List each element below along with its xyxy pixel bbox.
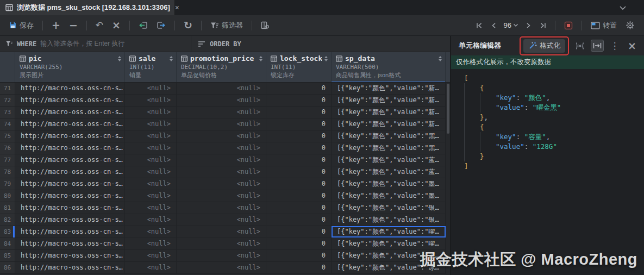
- cell-sp_data[interactable]: [{"key":"颜色","value":"曜…: [332, 238, 446, 249]
- cell-sale[interactable]: <null>: [125, 190, 177, 202]
- json-code-editor[interactable]: [{"key": "颜色","value": "曜金黑"},{"key": "容…: [451, 69, 644, 275]
- last-page-button[interactable]: [536, 21, 549, 30]
- cell-pic[interactable]: http://macro-oss.oss-cn-s…: [15, 226, 125, 238]
- cell-lock_stock[interactable]: 0: [266, 238, 332, 249]
- cell-pic[interactable]: http://macro-oss.oss-cn-s…: [15, 190, 125, 202]
- cell-sale[interactable]: <null>: [125, 214, 177, 226]
- cell-lock_stock[interactable]: 0: [266, 190, 332, 202]
- cell-promotion_price[interactable]: <null>: [177, 238, 266, 249]
- next-page-button[interactable]: [523, 21, 534, 30]
- cancel-changes-button[interactable]: ×: [109, 18, 124, 32]
- cell-sp_data[interactable]: [{"key":"颜色","value":"黑…: [332, 130, 446, 142]
- cell-promotion_price[interactable]: <null>: [177, 190, 266, 202]
- settings-button[interactable]: [622, 19, 639, 32]
- cell-pic[interactable]: http://macro-oss.oss-cn-s…: [15, 95, 125, 106]
- cell-sp_data[interactable]: [{"key":"颜色","value":"冰…: [332, 262, 446, 273]
- vertical-scrollbar[interactable]: [446, 83, 450, 275]
- cell-sale[interactable]: <null>: [125, 166, 177, 178]
- cell-promotion_price[interactable]: <null>: [177, 130, 266, 142]
- row-number[interactable]: 82: [0, 214, 15, 226]
- cell-pic[interactable]: http://macro-oss.oss-cn-s…: [15, 238, 125, 249]
- cell-promotion_price[interactable]: <null>: [177, 178, 266, 190]
- cell-lock_stock[interactable]: 0: [266, 95, 332, 106]
- cell-pic[interactable]: http://macro-oss.oss-cn-s…: [15, 130, 125, 142]
- cell-sp_data[interactable]: [{"key":"颜色","value":"新…: [332, 107, 446, 118]
- column-header-sp_data[interactable]: sp_dataVARCHAR(500)商品销售属性，json格式: [332, 52, 446, 82]
- cell-promotion_price[interactable]: <null>: [177, 107, 266, 118]
- transpose-button[interactable]: 转置: [587, 19, 620, 32]
- cell-promotion_price[interactable]: <null>: [177, 250, 266, 261]
- cell-sale[interactable]: <null>: [125, 226, 177, 238]
- cell-sale[interactable]: <null>: [125, 154, 177, 166]
- cell-pic[interactable]: http://macro-oss.oss-cn-s…: [15, 118, 125, 130]
- tab-list-chevron-down-icon[interactable]: [619, 5, 627, 10]
- filter-button[interactable]: 筛选器: [207, 19, 246, 32]
- cell-promotion_price[interactable]: <null>: [177, 142, 266, 154]
- cell-lock_stock[interactable]: 0: [266, 178, 332, 190]
- more-options-button[interactable]: ⋮: [608, 40, 621, 52]
- minify-button[interactable]: [573, 40, 586, 52]
- format-button[interactable]: 格式化: [523, 39, 566, 53]
- cell-promotion_price[interactable]: <null>: [177, 95, 266, 106]
- row-number[interactable]: 84: [0, 238, 15, 249]
- cell-sale[interactable]: <null>: [125, 95, 177, 106]
- cell-sale[interactable]: <null>: [125, 107, 177, 118]
- cell-lock_stock[interactable]: 0: [266, 118, 332, 130]
- cell-sp_data[interactable]: [{"key":"颜色","value":"墨…: [332, 190, 446, 202]
- orderby-filter-input[interactable]: ORDER BY: [191, 36, 450, 52]
- page-size-dropdown[interactable]: 96: [502, 20, 521, 30]
- cell-promotion_price[interactable]: <null>: [177, 214, 266, 226]
- cell-sale[interactable]: <null>: [125, 118, 177, 130]
- where-filter-input[interactable]: WHERE 输入筛选条件，按 Enter 执行: [0, 36, 191, 52]
- delete-row-button[interactable]: −: [66, 18, 81, 32]
- cell-promotion_price[interactable]: <null>: [177, 202, 266, 214]
- cell-lock_stock[interactable]: 0: [266, 202, 332, 214]
- column-header-pic[interactable]: picVARCHAR(255)展示图片: [15, 52, 125, 82]
- cell-lock_stock[interactable]: 0: [266, 226, 332, 238]
- cell-sp_data[interactable]: [{"key":"颜色","value":"银…: [332, 202, 446, 214]
- cell-sp_data[interactable]: [{"key":"颜色","value":"曜…: [332, 226, 446, 238]
- word-wrap-toggle[interactable]: [591, 40, 604, 52]
- cell-pic[interactable]: http://macro-oss.oss-cn-s…: [15, 262, 125, 273]
- cell-lock_stock[interactable]: 0: [266, 130, 332, 142]
- cell-pic[interactable]: http://macro-oss.oss-cn-s…: [15, 202, 125, 214]
- locate-column-button[interactable]: [258, 20, 272, 31]
- row-number[interactable]: 71: [0, 83, 15, 94]
- sort-arrows-icon[interactable]: [439, 56, 442, 61]
- sort-arrows-icon[interactable]: [118, 56, 121, 61]
- prev-page-button[interactable]: [488, 21, 499, 30]
- row-number[interactable]: 80: [0, 190, 15, 202]
- cell-sp_data[interactable]: [{"key":"颜色","value":"黑…: [332, 142, 446, 154]
- cell-pic[interactable]: http://macro-oss.oss-cn-s…: [15, 142, 125, 154]
- sort-arrows-icon[interactable]: [170, 56, 173, 61]
- cell-pic[interactable]: http://macro-oss.oss-cn-s…: [15, 154, 125, 166]
- refresh-button[interactable]: ↻: [180, 18, 196, 32]
- export-button[interactable]: [153, 20, 169, 31]
- row-number[interactable]: 86: [0, 262, 15, 273]
- cell-promotion_price[interactable]: <null>: [177, 154, 266, 166]
- cell-lock_stock[interactable]: 0: [266, 250, 332, 261]
- cell-sp_data[interactable]: [{"key":"颜色","value":"冰…: [332, 250, 446, 261]
- cell-sale[interactable]: <null>: [125, 202, 177, 214]
- cell-sp_data[interactable]: [{"key":"颜色","value":"新…: [332, 118, 446, 130]
- cell-lock_stock[interactable]: 0: [266, 83, 332, 94]
- tab-browse-data[interactable]: 浏览数据 pms_sku_stock [192.168.3.101:3306] …: [0, 0, 175, 15]
- cell-sp_data[interactable]: [{"key":"颜色","value":"墨…: [332, 178, 446, 190]
- cell-sale[interactable]: <null>: [125, 142, 177, 154]
- cell-promotion_price[interactable]: <null>: [177, 262, 266, 273]
- column-header-lock_stock[interactable]: lock_stockINT(11)锁定库存: [266, 52, 332, 82]
- cell-lock_stock[interactable]: 0: [266, 142, 332, 154]
- row-number[interactable]: 77: [0, 154, 15, 166]
- cell-sp_data[interactable]: [{"key":"颜色","value":"蓝…: [332, 166, 446, 178]
- cell-promotion_price[interactable]: <null>: [177, 166, 266, 178]
- cell-sale[interactable]: <null>: [125, 178, 177, 190]
- cell-pic[interactable]: http://macro-oss.oss-cn-s…: [15, 107, 125, 118]
- row-number[interactable]: 83: [0, 226, 15, 238]
- cell-lock_stock[interactable]: 0: [266, 214, 332, 226]
- import-button[interactable]: [135, 20, 151, 31]
- cell-lock_stock[interactable]: 0: [266, 154, 332, 166]
- row-number[interactable]: 72: [0, 95, 15, 106]
- cell-promotion_price[interactable]: <null>: [177, 118, 266, 130]
- cell-pic[interactable]: http://macro-oss.oss-cn-s…: [15, 83, 125, 94]
- save-button[interactable]: 保存: [5, 19, 37, 32]
